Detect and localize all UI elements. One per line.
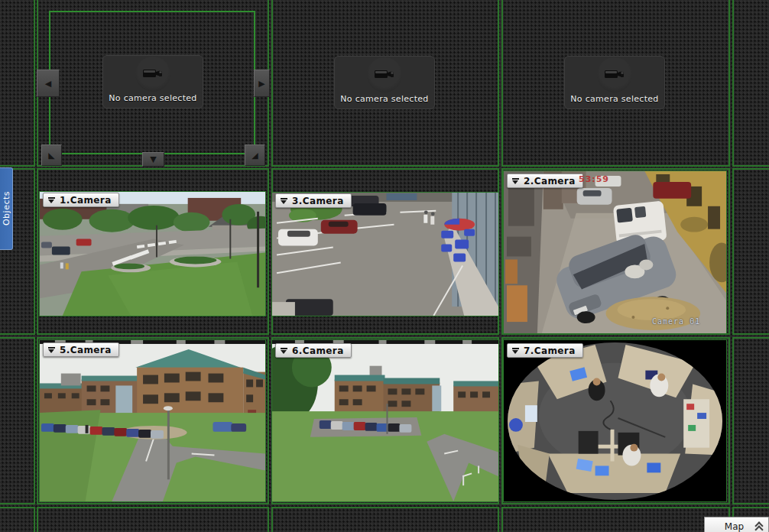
grid-cell-r2c4[interactable]	[732, 168, 769, 335]
camera-2-osd-text: Camera 01	[652, 317, 700, 326]
no-camera-text: No camera selected	[565, 94, 664, 104]
objects-panel-tab[interactable]: Objects	[0, 167, 13, 250]
grid-cell-r4c1[interactable]	[37, 507, 269, 532]
grid-cell-r4c3[interactable]	[501, 507, 730, 532]
camera-6-label[interactable]: 6.Camera	[275, 343, 352, 358]
nav-corner-left-button[interactable]: ◣	[41, 144, 62, 166]
selected-cell-frame	[49, 11, 255, 154]
map-button[interactable]: Map	[704, 517, 769, 532]
arrow-down-icon: ▼	[150, 155, 156, 164]
camera-2-scene	[504, 171, 726, 333]
camera-dropdown-icon	[47, 196, 56, 204]
camera-2-label[interactable]: 2.Camera	[507, 174, 583, 188]
camera-3-video[interactable]	[271, 192, 499, 316]
camera-1-label-text: 1.Camera	[60, 195, 112, 206]
arrow-right-icon: ▶	[258, 79, 264, 88]
grid-cell-r4c2[interactable]	[271, 507, 499, 532]
camera-1-video[interactable]	[39, 191, 266, 316]
grid-cell-r4cL[interactable]	[0, 507, 35, 532]
nav-right-button[interactable]: ▶	[254, 70, 270, 97]
no-camera-text: No camera selected	[335, 94, 434, 104]
arrow-corner-left-icon: ◣	[48, 151, 54, 160]
camera-dropdown-icon	[280, 347, 288, 355]
grid-cell-r1c4[interactable]	[732, 0, 769, 167]
map-button-label: Map	[705, 521, 754, 532]
camera-7-label-text: 7.Camera	[524, 345, 576, 356]
camera-5-label[interactable]: 5.Camera	[43, 342, 119, 357]
no-camera-placeholder-3: No camera selected	[564, 56, 665, 109]
camera-6-label-text: 6.Camera	[292, 345, 344, 356]
camera-5-video[interactable]	[39, 339, 266, 502]
camera-dropdown-icon	[280, 197, 288, 205]
nav-left-button[interactable]: ◀	[37, 70, 60, 97]
camera-1-label[interactable]: 1.Camera	[43, 193, 119, 207]
grid-cell-r3cL[interactable]	[0, 337, 35, 504]
camera-3-label[interactable]: 3.Camera	[275, 193, 352, 208]
no-camera-placeholder-2: No camera selected	[334, 56, 435, 109]
objects-tab-label: Objects	[2, 191, 11, 225]
camera-dropdown-icon	[47, 346, 56, 354]
camera-2-timestamp: 53:59	[579, 174, 609, 184]
camera-6-scene	[272, 340, 498, 501]
nav-down-button[interactable]: ▼	[142, 152, 164, 167]
camera-5-scene	[40, 340, 265, 501]
camera-7-video[interactable]	[503, 339, 727, 502]
grid-cell-r3c4[interactable]	[732, 337, 769, 504]
camera-5-label-text: 5.Camera	[60, 345, 112, 355]
camera-grid-view: ◀ ▶ ◣ ▼ ◢ No camera selected No camera s…	[0, 0, 769, 532]
camera-6-video[interactable]	[271, 339, 499, 502]
camera-3-scene	[272, 193, 498, 316]
camera-1-scene	[40, 192, 265, 316]
camera-7-scene	[504, 340, 726, 501]
camera-2-video[interactable]	[503, 170, 727, 334]
camera-icon	[373, 68, 396, 83]
arrow-corner-right-icon: ◢	[251, 151, 258, 160]
nav-corner-right-button[interactable]: ◢	[245, 144, 265, 166]
camera-dropdown-icon	[511, 347, 520, 355]
arrow-left-icon: ◀	[45, 79, 51, 88]
grid-cell-r1cL[interactable]	[0, 0, 35, 167]
camera-dropdown-icon	[511, 177, 520, 185]
camera-icon	[603, 68, 626, 83]
camera-7-label[interactable]: 7.Camera	[507, 343, 583, 358]
chevron-double-up-icon	[754, 522, 763, 531]
camera-2-label-text: 2.Camera	[524, 176, 576, 187]
camera-3-label-text: 3.Camera	[292, 196, 344, 206]
